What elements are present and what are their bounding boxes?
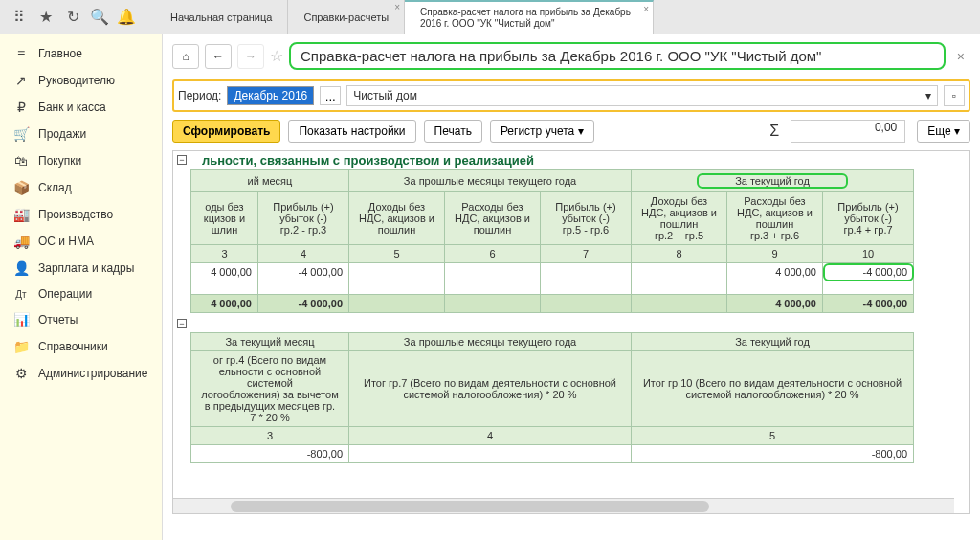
tab-active[interactable]: Справка-расчет налога на прибыль за Дека… <box>405 0 654 34</box>
factory-icon: 🏭 <box>13 207 29 222</box>
gear-icon: ⚙ <box>13 366 29 381</box>
sidebar-item-sales[interactable]: 🛒Продажи <box>0 121 162 147</box>
org-expand-button[interactable]: ▫ <box>944 85 965 106</box>
tab-label: Начальная страница <box>170 11 272 23</box>
period-label: Период: <box>178 89 221 102</box>
print-button[interactable]: Печать <box>424 120 482 143</box>
sidebar-item-purchases[interactable]: 🛍Покупки <box>0 147 162 174</box>
sidebar: ≡Главное ↗Руководителю ₽Банк и касса 🛒Пр… <box>0 34 163 540</box>
sidebar-item-reports[interactable]: 📊Отчеты <box>0 306 162 333</box>
period-picker-button[interactable]: ... <box>320 86 341 105</box>
settings-button[interactable]: Показать настройки <box>288 120 415 143</box>
section-title: льности, связанным с производством и реа… <box>173 151 969 169</box>
cell: -800,00 <box>191 445 349 463</box>
close-icon[interactable]: × <box>394 2 400 12</box>
cart-icon: 🛒 <box>13 126 29 142</box>
cell: 4 000,00 <box>191 295 258 313</box>
col-num: 3 <box>191 245 258 263</box>
cell: 4 000,00 <box>727 263 823 281</box>
tab-label: Справка-расчет налога на прибыль за Дека… <box>420 7 637 30</box>
sidebar-item-operations[interactable]: ДтОперации <box>0 281 162 306</box>
sidebar-label: ОС и НМА <box>38 235 94 248</box>
col-num: 10 <box>823 245 914 263</box>
org-value: Чистый дом <box>353 89 417 102</box>
col-num: 9 <box>727 245 823 263</box>
param-row: Период: Декабрь 2016 ... Чистый дом▾ ▫ <box>172 79 970 112</box>
register-button[interactable]: Регистр учета ▾ <box>490 120 594 143</box>
star-icon[interactable]: ★ <box>36 8 56 27</box>
collapse-icon[interactable]: − <box>177 155 187 165</box>
col-header: Прибыль (+) убыток (-) гр.4 + гр.7 <box>823 192 914 245</box>
sidebar-item-admin[interactable]: ⚙Администрирование <box>0 360 162 387</box>
col-num: 6 <box>445 245 541 263</box>
truck-icon: 🚚 <box>13 234 29 249</box>
person-icon: 👤 <box>13 260 29 276</box>
sidebar-item-bank[interactable]: ₽Банк и касса <box>0 94 162 121</box>
sidebar-item-assets[interactable]: 🚚ОС и НМА <box>0 228 162 255</box>
sidebar-label: Справочники <box>38 340 108 353</box>
col-num: 8 <box>632 245 727 263</box>
report-table-2: За текущий месяц За прошлые месяцы текущ… <box>190 332 914 463</box>
col-num: 4 <box>349 427 632 445</box>
tab-home[interactable]: Начальная страница <box>155 0 288 34</box>
col-num: 5 <box>632 427 914 445</box>
table-row[interactable]: -800,00 -800,00 <box>191 445 914 463</box>
sum-input[interactable]: 0,00 <box>791 120 905 143</box>
cell: -4 000,00 <box>258 263 349 281</box>
highlighted-header: За текущий год <box>697 173 848 189</box>
bars-icon: 📊 <box>13 312 29 327</box>
col-header: Итог гр.7 (Всего по видам деятельности с… <box>349 351 632 427</box>
sidebar-label: Главное <box>38 47 82 60</box>
btn-label: Еще <box>927 124 950 138</box>
col-group-month: За текущий месяц <box>191 333 349 351</box>
chevron-down-icon[interactable]: ▾ <box>925 89 931 102</box>
col-num: 7 <box>541 245 632 263</box>
debit-icon: Дт <box>13 289 29 300</box>
sidebar-item-production[interactable]: 🏭Производство <box>0 201 162 228</box>
bell-icon[interactable]: 🔔 <box>117 8 136 27</box>
sidebar-label: Покупки <box>38 154 81 168</box>
period-input[interactable]: Декабрь 2016 <box>227 86 314 105</box>
table-row[interactable] <box>191 281 914 295</box>
favorite-icon[interactable]: ☆ <box>270 47 283 65</box>
col-num: 5 <box>349 245 445 263</box>
tab-reports[interactable]: Справки-расчеты× <box>288 0 405 34</box>
horizontal-scrollbar[interactable] <box>173 498 954 513</box>
close-icon[interactable]: × <box>951 49 970 64</box>
total-row[interactable]: 4 000,00 -4 000,00 4 000,00 -4 000,00 <box>191 295 914 313</box>
sidebar-item-warehouse[interactable]: 📦Склад <box>0 174 162 201</box>
sidebar-label: Отчеты <box>38 313 78 326</box>
org-input[interactable]: Чистый дом▾ <box>346 85 938 106</box>
cell: -4 000,00 <box>823 295 914 313</box>
collapse-icon[interactable]: − <box>177 319 187 328</box>
sidebar-label: Руководителю <box>38 74 115 87</box>
sidebar-label: Производство <box>38 208 113 221</box>
form-button[interactable]: Сформировать <box>172 120 280 143</box>
sidebar-item-main[interactable]: ≡Главное <box>0 40 162 67</box>
cell: 4 000,00 <box>727 295 823 313</box>
ruble-icon: ₽ <box>13 100 29 115</box>
folder-icon: 📁 <box>13 339 29 354</box>
col-header: Расходы без НДС, акцизов и пошлин гр.3 +… <box>727 192 823 245</box>
col-num: 3 <box>191 427 349 445</box>
home-button[interactable]: ⌂ <box>172 44 199 69</box>
chart-icon: ↗ <box>13 73 29 88</box>
history-icon[interactable]: ↻ <box>63 8 82 27</box>
col-num: 4 <box>258 245 349 263</box>
close-icon[interactable]: × <box>643 4 649 14</box>
col-header: ог гр.4 (Всего по видам ельности с основ… <box>191 351 349 427</box>
sidebar-item-salary[interactable]: 👤Зарплата и кадры <box>0 255 162 281</box>
report-area[interactable]: − льности, связанным с производством и р… <box>172 150 970 514</box>
sidebar-item-manager[interactable]: ↗Руководителю <box>0 67 162 94</box>
apps-icon[interactable]: ⠿ <box>10 8 29 27</box>
tab-label: Справки-расчеты <box>303 11 389 23</box>
search-icon[interactable]: 🔍 <box>90 8 109 27</box>
sigma-icon[interactable]: Σ <box>769 123 779 140</box>
tabs: Начальная страница Справки-расчеты× Спра… <box>155 0 654 34</box>
table-row[interactable]: 4 000,00 -4 000,00 4 000,00 -4 000,00 <box>191 263 914 281</box>
scroll-thumb[interactable] <box>231 501 709 512</box>
back-button[interactable]: ← <box>205 44 232 69</box>
more-button[interactable]: Еще ▾ <box>917 120 970 143</box>
sidebar-item-catalogs[interactable]: 📁Справочники <box>0 333 162 360</box>
forward-button[interactable]: → <box>237 44 264 69</box>
